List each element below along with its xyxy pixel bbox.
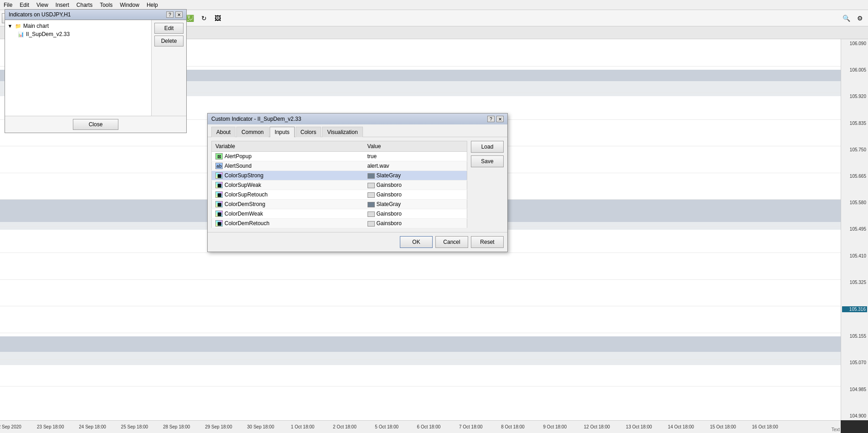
table-row[interactable]: ▦ColorDemRetouchGainsboro — [212, 219, 467, 228]
dialog-win-buttons: ? ✕ — [486, 116, 504, 122]
color-swatch — [368, 211, 375, 217]
variable-cell: ▦ColorDemWeak — [212, 209, 364, 219]
col-value: Value — [364, 141, 467, 152]
variable-cell: ▦ColorDemStrong — [212, 200, 364, 209]
value-cell: Gainsboro — [364, 219, 467, 228]
ok-button[interactable]: OK — [400, 236, 433, 248]
tab-inputs[interactable]: Inputs — [270, 127, 295, 137]
tab-visualization[interactable]: Visualization — [322, 127, 363, 137]
variable-type-icon: ab — [215, 163, 223, 169]
tab-colors[interactable]: Colors — [296, 127, 322, 137]
table-row[interactable]: ▦ColorSupRetouchGainsboro — [212, 190, 467, 200]
variable-cell: ⊠AlertPopup — [212, 152, 364, 161]
table-row[interactable]: ⊠AlertPopuptrue — [212, 152, 467, 161]
tab-common[interactable]: Common — [236, 127, 269, 137]
variable-type-icon: ▦ — [215, 201, 223, 207]
table-row[interactable]: ▦ColorSupWeakGainsboro — [212, 180, 467, 190]
variable-type-icon: ▦ — [215, 172, 223, 179]
dialog-close-button[interactable]: ✕ — [496, 116, 504, 122]
value-cell: true — [364, 152, 467, 161]
save-button[interactable]: Save — [471, 155, 504, 167]
table-row[interactable]: ▦ColorDemWeakGainsboro — [212, 209, 467, 219]
reset-button[interactable]: Reset — [471, 236, 504, 248]
value-cell: Gainsboro — [364, 180, 467, 190]
variable-type-icon: ▦ — [215, 182, 223, 188]
table-row[interactable]: ▦ColorSupStrongSlateGray — [212, 171, 467, 180]
value-cell: alert.wav — [364, 161, 467, 171]
variable-type-icon: ▦ — [215, 211, 223, 217]
color-swatch — [368, 202, 375, 207]
table-row[interactable]: abAlertSoundalert.wav — [212, 161, 467, 171]
value-cell: SlateGray — [364, 200, 467, 209]
bottom-buttons: OK Cancel Reset — [400, 236, 504, 248]
variable-type-icon: ▦ — [215, 220, 223, 227]
inputs-table-wrapper: Variable Value ⊠AlertPopuptrueabAlertSou… — [211, 141, 467, 228]
variable-cell: ▦ColorDemRetouch — [212, 219, 364, 228]
dialog-title: Custom Indicator - II_SupDem_v2.33 — [211, 116, 301, 122]
dialog-body: Variable Value ⊠AlertPopuptrueabAlertSou… — [208, 137, 507, 232]
tab-about[interactable]: About — [211, 127, 235, 137]
variable-cell: ▦ColorSupStrong — [212, 171, 364, 180]
cancel-button[interactable]: Cancel — [435, 236, 468, 248]
custom-indicator-dialog: Custom Indicator - II_SupDem_v2.33 ? ✕ A… — [207, 113, 508, 252]
color-swatch — [368, 221, 375, 227]
value-cell: SlateGray — [364, 171, 467, 180]
dialog-footer: OK Cancel Reset — [208, 232, 507, 252]
col-variable: Variable — [212, 141, 364, 152]
side-buttons: Load Save — [471, 141, 504, 228]
color-swatch — [368, 173, 375, 179]
color-swatch — [368, 192, 375, 198]
variable-type-icon: ▦ — [215, 191, 223, 198]
dialog-tabs: About Common Inputs Colors Visualization — [208, 124, 507, 137]
variable-cell: abAlertSound — [212, 161, 364, 171]
variable-cell: ▦ColorSupRetouch — [212, 190, 364, 200]
value-cell: Gainsboro — [364, 209, 467, 219]
variable-cell: ▦ColorSupWeak — [212, 180, 364, 190]
dialog-help-button[interactable]: ? — [487, 116, 495, 122]
inputs-table: Variable Value ⊠AlertPopuptrueabAlertSou… — [211, 141, 467, 228]
dialog-title-bar[interactable]: Custom Indicator - II_SupDem_v2.33 ? ✕ — [208, 113, 507, 124]
dialog-overlay: Custom Indicator - II_SupDem_v2.33 ? ✕ A… — [0, 0, 868, 433]
load-button[interactable]: Load — [471, 141, 504, 153]
value-cell: Gainsboro — [364, 190, 467, 200]
color-swatch — [368, 183, 375, 188]
table-row[interactable]: ▦ColorDemStrongSlateGray — [212, 200, 467, 209]
variable-type-icon: ⊠ — [215, 153, 223, 160]
